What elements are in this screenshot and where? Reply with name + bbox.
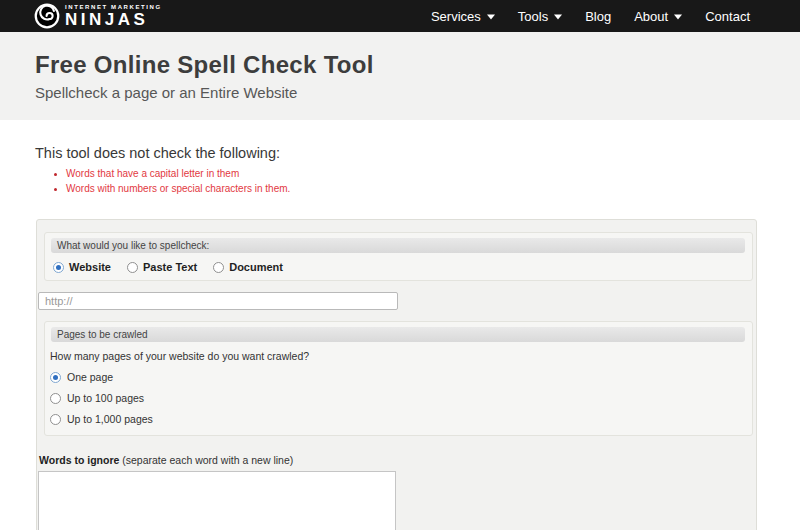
nav-item-label: Services — [431, 9, 481, 24]
radio-option-label: Document — [229, 261, 283, 273]
notes-list: Words that have a capital letter in them… — [66, 167, 800, 196]
radio-one-page[interactable] — [50, 372, 61, 383]
page-title: Free Online Spell Check Tool — [35, 51, 800, 79]
radio-option-label: Up to 100 pages — [67, 392, 144, 404]
notes-item: Words that have a capital letter in them — [66, 167, 800, 182]
radio-option-paste-text[interactable]: Paste Text — [127, 261, 197, 273]
chevron-down-icon — [674, 14, 682, 23]
nav-item-label: Tools — [518, 9, 548, 24]
ignore-words-textarea[interactable] — [38, 471, 396, 530]
pages-question: How many pages of your website do you wa… — [50, 350, 746, 362]
radio-document[interactable] — [213, 262, 224, 273]
radio-website[interactable] — [53, 262, 64, 273]
nav-item-tools[interactable]: Tools — [518, 9, 562, 24]
url-input[interactable] — [38, 292, 398, 310]
radio-option-one-page[interactable]: One page — [50, 371, 746, 383]
ignore-words-label: Words to ignore (separate each word with… — [39, 454, 756, 466]
tool-notes: This tool does not check the following: … — [35, 145, 800, 196]
spellcheck-type-fieldset: What would you like to spellcheck: Websi… — [44, 232, 753, 281]
chevron-down-icon — [554, 14, 562, 23]
spellcheck-type-header: What would you like to spellcheck: — [51, 238, 745, 253]
chevron-down-icon — [487, 14, 495, 23]
ignore-words-label-note: (separate each word with a new line) — [119, 454, 293, 466]
logo-brand: NINJAS — [65, 11, 162, 28]
nav-item-contact[interactable]: Contact — [705, 9, 750, 24]
ignore-words-label-bold: Words to ignore — [39, 454, 119, 466]
nav-item-label: About — [634, 9, 668, 24]
spellcheck-form-panel: What would you like to spellcheck: Websi… — [36, 219, 757, 530]
radio-option-100-pages[interactable]: Up to 100 pages — [50, 392, 746, 404]
nav-menu: Services Tools Blog About Contact — [431, 9, 750, 24]
pages-fieldset: Pages to be crawled How many pages of yo… — [44, 321, 753, 436]
logo[interactable]: INTERNET MARKETING NINJAS — [34, 3, 162, 29]
radio-option-website[interactable]: Website — [53, 261, 111, 273]
radio-100-pages[interactable] — [50, 393, 61, 404]
radio-paste-text[interactable] — [127, 262, 138, 273]
radio-option-document[interactable]: Document — [213, 261, 283, 273]
ninjas-spiral-icon — [34, 3, 60, 29]
top-navbar: INTERNET MARKETING NINJAS Services Tools… — [0, 0, 800, 32]
pages-header: Pages to be crawled — [51, 327, 745, 342]
notes-heading: This tool does not check the following: — [35, 145, 800, 161]
spellcheck-type-options: Website Paste Text Document — [53, 261, 746, 273]
nav-item-blog[interactable]: Blog — [585, 9, 611, 24]
notes-item: Words with numbers or special characters… — [66, 182, 800, 197]
nav-item-label: Contact — [705, 9, 750, 24]
radio-option-label: Up to 1,000 pages — [67, 413, 153, 425]
page-header: Free Online Spell Check Tool Spellcheck … — [0, 32, 800, 120]
page-subtitle: Spellcheck a page or an Entire Website — [35, 84, 800, 101]
nav-item-services[interactable]: Services — [431, 9, 495, 24]
radio-option-label: Website — [69, 261, 111, 273]
radio-1000-pages[interactable] — [50, 414, 61, 425]
nav-item-label: Blog — [585, 9, 611, 24]
radio-option-label: One page — [67, 371, 113, 383]
nav-item-about[interactable]: About — [634, 9, 682, 24]
radio-option-1000-pages[interactable]: Up to 1,000 pages — [50, 413, 746, 425]
logo-text: INTERNET MARKETING NINJAS — [65, 4, 162, 28]
radio-option-label: Paste Text — [143, 261, 197, 273]
